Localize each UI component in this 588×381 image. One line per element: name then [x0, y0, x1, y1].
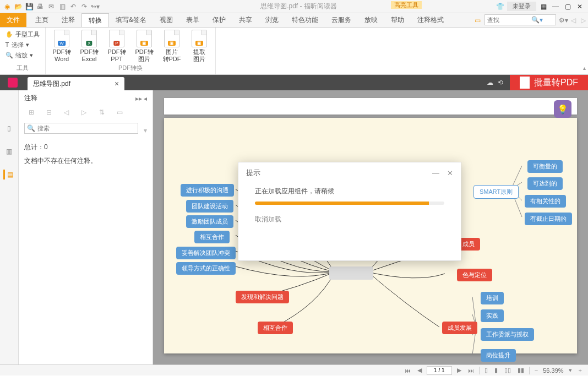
hand-tool[interactable]: ✋手型工具 [4, 30, 41, 39]
hint-bulb-icon[interactable]: 💡 [554, 100, 571, 118]
mindmap-node: 有相关性的 [525, 195, 566, 208]
document-tab-close-icon[interactable]: × [115, 79, 119, 88]
cursor-icon[interactable]: ↬▾ [90, 2, 100, 12]
mindmap-node: 进行积极的沟通 [181, 184, 234, 197]
tab-help[interactable]: 帮助 [384, 13, 411, 27]
comments-panel-icon[interactable]: ▤ [3, 170, 13, 179]
sync-icon[interactable]: ⟲ [498, 79, 503, 86]
save-icon[interactable]: 💾 [24, 2, 34, 12]
close-icon[interactable]: ✕ [575, 2, 585, 12]
next-icon[interactable]: ▷ [81, 108, 90, 117]
ribbon-convert-item[interactable]: XPDF转Excel [78, 30, 101, 63]
pdf-file-icon [520, 77, 530, 89]
nav-next-icon[interactable]: ▷ [578, 15, 588, 25]
ribbon-convert-item[interactable]: ▣提取图片 [188, 30, 211, 63]
search-box[interactable]: 🔍▾ [484, 14, 556, 25]
layout-cont-facing-icon[interactable]: ▮▮ [516, 367, 526, 374]
ribbon-convert-item[interactable]: ▣PDF转图片 [133, 30, 156, 63]
title-bar: ◉ 📂 💾 🖶 ✉ ▥ ↶ ↷ ↬▾ 思维导图.pdf - 福昕阅读器 高亮工具… [0, 0, 588, 13]
filter-icon[interactable]: ▾ [144, 127, 147, 134]
maximize-icon[interactable]: ▢ [563, 2, 573, 12]
panel-toolbar: ⊞ ⊟ ◁ ▷ ⇅ ▭ [24, 106, 147, 119]
zoom-dropdown-icon[interactable]: ▾ [567, 367, 574, 374]
mindmap-node: 相互合作 [258, 322, 293, 334]
document-tab[interactable]: 思维导图.pdf × [28, 77, 124, 90]
tab-convert[interactable]: 转换 [81, 13, 109, 27]
redo-icon[interactable]: ↷ [79, 2, 89, 12]
ribbon-convert-item[interactable]: WPDF转Word [50, 30, 73, 63]
mindmap-node: 有截止日期的 [525, 213, 572, 225]
first-page-icon[interactable]: ⏮ [403, 367, 412, 374]
tab-view[interactable]: 视图 [153, 13, 179, 27]
tab-comment[interactable]: 注释 [55, 13, 81, 27]
tab-home[interactable]: 主页 [29, 13, 55, 27]
bookmark-icon[interactable]: ▭ [472, 15, 482, 25]
hand-icon: ✋ [6, 31, 13, 38]
cloud-icon[interactable]: ☁ [487, 79, 493, 86]
search-input[interactable] [487, 17, 531, 23]
pages-panel-icon[interactable]: ▥ [4, 146, 14, 156]
next-page-icon[interactable]: ▶ [455, 367, 463, 374]
ribbon-collapse-icon[interactable]: ▴ [583, 65, 586, 71]
minimize-icon[interactable]: — [551, 2, 560, 12]
nav-prev-icon[interactable]: ◁ [568, 15, 578, 25]
loading-dialog: 提示 — ✕ 正在加载应用组件，请稍候 取消加载 [238, 162, 461, 261]
grid-icon[interactable]: ▦ [538, 2, 548, 12]
mindmap-node: 培训 [481, 292, 504, 304]
select-tool[interactable]: Ꭲ选择▾ [4, 40, 30, 50]
highlight-tool-badge[interactable]: 高亮工具 [391, 1, 422, 9]
undo-icon[interactable]: ↶ [68, 2, 78, 12]
tab-fillsign[interactable]: 填写&签名 [109, 13, 153, 27]
tab-form[interactable]: 表单 [179, 13, 206, 27]
gear-icon[interactable]: ⚙▾ [558, 15, 568, 25]
layout-single-icon[interactable]: ▯ [483, 367, 489, 374]
zoom-tool[interactable]: 🔍缩放▾ [4, 51, 34, 60]
panel-search[interactable]: 🔍 [24, 123, 138, 134]
search-go-icon[interactable]: 🔍▾ [531, 16, 543, 24]
print-icon[interactable]: 🖶 [35, 2, 45, 12]
collapse-icon[interactable]: ⊟ [46, 108, 55, 117]
panel-search-input[interactable] [37, 125, 135, 132]
expand-icon[interactable]: ⊞ [29, 108, 37, 117]
panel-collapse-icon[interactable]: ▸▸ ◂ [135, 95, 147, 102]
batch-convert-button[interactable]: 批量转PDF [510, 75, 588, 90]
mindmap-node: 激励团队成员 [186, 215, 233, 228]
tab-protect[interactable]: 保护 [206, 13, 232, 27]
prev-page-icon[interactable]: ◀ [416, 367, 423, 374]
tab-play[interactable]: 放映 [358, 13, 384, 27]
page-edge [164, 98, 577, 115]
skin-icon[interactable]: 👕 [495, 2, 505, 12]
tab-cloud[interactable]: 云服务 [325, 13, 358, 27]
zoom-out-icon[interactable]: − [533, 367, 540, 374]
ribbon-convert-item[interactable]: ▣图片转PDF [160, 30, 183, 63]
mail-icon[interactable]: ✉ [46, 2, 56, 12]
last-page-icon[interactable]: ⏭ [466, 367, 476, 374]
tab-file[interactable]: 文件 [0, 13, 26, 27]
dialog-close-icon[interactable]: ✕ [447, 169, 453, 177]
sort-icon[interactable]: ⇅ [99, 108, 108, 117]
layout-facing-icon[interactable]: ▯▯ [503, 367, 513, 374]
new-icon[interactable]: ▥ [57, 2, 67, 12]
mindmap-node: 可衡量的 [527, 160, 563, 173]
page-input[interactable] [427, 366, 452, 375]
chevron-down-icon: ▾ [26, 41, 29, 48]
mindmap-node: 可达到的 [527, 177, 563, 190]
tab-share[interactable]: 共享 [232, 13, 259, 27]
prev-icon[interactable]: ◁ [64, 108, 73, 117]
mindmap-node: 色与定位 [457, 269, 492, 281]
layout-cont-icon[interactable]: ▮ [493, 367, 499, 374]
dialog-minimize-icon[interactable]: — [432, 169, 439, 177]
tab-browse[interactable]: 浏览 [259, 13, 285, 27]
dialog-cancel-button[interactable]: 取消加载 [255, 215, 444, 224]
tab-comment-format[interactable]: 注释格式 [411, 13, 450, 27]
comments-panel: 注释 ▸▸ ◂ ⊞ ⊟ ◁ ▷ ⇅ ▭ 🔍 ▾ 总计：0 文档中不存在任何注释。 [19, 90, 153, 364]
panel-title: 注释 [24, 94, 37, 103]
tab-feature[interactable]: 特色功能 [285, 13, 325, 27]
options-icon[interactable]: ▭ [117, 108, 126, 117]
open-icon[interactable]: 📂 [13, 2, 23, 12]
mindmap-node: 岗位提升 [481, 349, 516, 362]
ribbon-convert-item[interactable]: PPDF转PPT [105, 30, 128, 63]
bookmark-panel-icon[interactable]: ▯ [4, 123, 14, 133]
login-button[interactable]: 未登录 [507, 2, 536, 11]
zoom-in-icon[interactable]: + [577, 367, 584, 374]
